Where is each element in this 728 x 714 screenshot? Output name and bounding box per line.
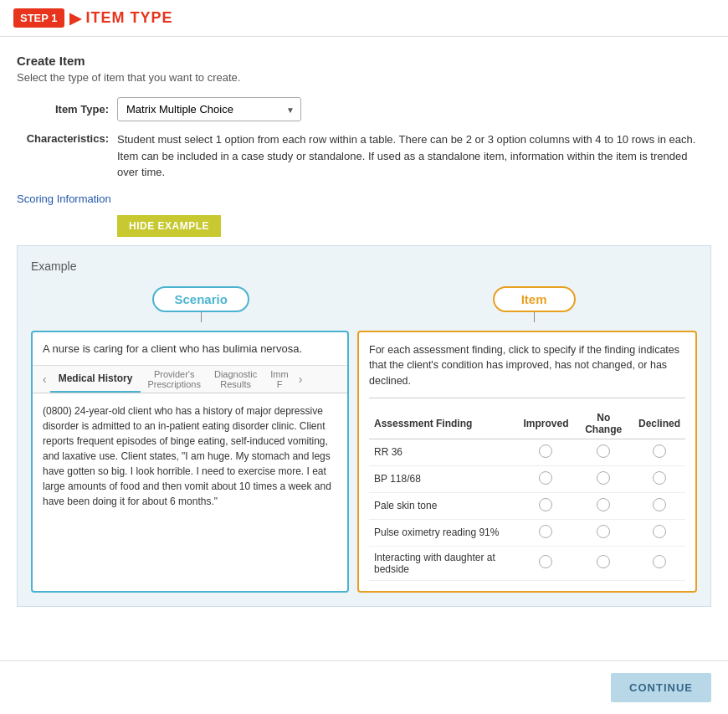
step-badge: STEP 1 — [13, 8, 64, 28]
scenario-label-wrapper: Scenario — [152, 286, 249, 322]
example-columns: A nurse is caring for a client who has b… — [31, 331, 697, 593]
item-connector-line — [534, 312, 535, 322]
declined-radio[interactable] — [653, 498, 666, 511]
declined-radio[interactable] — [653, 444, 666, 458]
item-type-row: Item Type: Matrix Multiple Choice ▼ — [17, 97, 711, 121]
no-change-cell[interactable] — [573, 492, 633, 519]
improved-cell[interactable] — [518, 519, 573, 546]
tab-providers[interactable]: Provider'sPrescriptions — [141, 366, 208, 393]
col-header-no-change: No Change — [573, 408, 633, 439]
no-change-radio[interactable] — [597, 525, 610, 538]
matrix-row: RR 36 — [369, 439, 685, 465]
finding-cell: Interacting with daughter at bedside — [369, 546, 518, 580]
characteristics-label: Characteristics: — [17, 131, 109, 181]
item-type-select[interactable]: Matrix Multiple Choice — [117, 97, 301, 121]
col-header-improved: Improved — [518, 408, 573, 439]
item-label-wrapper: Item — [493, 286, 576, 322]
item-type-label: Item Type: — [17, 103, 109, 116]
no-change-cell[interactable] — [573, 439, 633, 465]
improved-radio[interactable] — [539, 555, 552, 568]
example-title: Example — [31, 259, 697, 273]
example-labels: Scenario Item — [31, 286, 697, 322]
hide-example-wrapper: HIDE EXAMPLE — [17, 215, 711, 237]
no-change-radio[interactable] — [597, 471, 610, 485]
scenario-column: A nurse is caring for a client who has b… — [31, 331, 349, 593]
scenario-intro: A nurse is caring for a client who has b… — [33, 332, 347, 366]
item-label: Item — [493, 286, 576, 312]
matrix-row: Pale skin tone — [369, 492, 685, 519]
improved-radio[interactable] — [539, 471, 552, 485]
tab-next-arrow[interactable]: › — [295, 366, 306, 393]
create-item-title: Create Item — [17, 54, 711, 68]
footer-bar: CONTINUE — [0, 660, 728, 714]
item-instruction: For each assessment finding, click to sp… — [369, 342, 685, 398]
scenario-label: Scenario — [152, 286, 249, 312]
declined-cell[interactable] — [633, 492, 685, 519]
no-change-cell[interactable] — [573, 519, 633, 546]
tab-prev-arrow[interactable]: ‹ — [39, 366, 50, 393]
no-change-radio[interactable] — [597, 555, 610, 568]
col-header-declined: Declined — [633, 408, 685, 439]
finding-cell: Pulse oximetry reading 91% — [369, 519, 518, 546]
continue-button[interactable]: CONTINUE — [611, 673, 711, 702]
page-title: ITEM TYPE — [86, 9, 173, 27]
scenario-body: (0800) 24-year-old client who has a hist… — [33, 393, 347, 519]
characteristics-row: Characteristics: Student must select 1 o… — [17, 131, 711, 181]
matrix-row: Interacting with daughter at bedside — [369, 546, 685, 580]
matrix-row: BP 118/68 — [369, 465, 685, 492]
matrix-row: Pulse oximetry reading 91% — [369, 519, 685, 546]
main-content: Create Item Select the type of item that… — [0, 37, 728, 607]
improved-radio[interactable] — [539, 498, 552, 511]
no-change-cell[interactable] — [573, 465, 633, 492]
create-item-subtitle: Select the type of item that you want to… — [17, 71, 711, 84]
example-section: Example Scenario Item A nurse is caring … — [17, 245, 711, 607]
no-change-cell[interactable] — [573, 546, 633, 580]
declined-radio[interactable] — [653, 471, 666, 485]
scoring-link[interactable]: Scoring Information — [17, 193, 111, 205]
no-change-radio[interactable] — [597, 498, 610, 511]
improved-cell[interactable] — [518, 546, 573, 580]
improved-radio[interactable] — [539, 525, 552, 538]
declined-cell[interactable] — [633, 439, 685, 465]
finding-cell: RR 36 — [369, 439, 518, 465]
improved-radio[interactable] — [539, 444, 552, 458]
improved-cell[interactable] — [518, 439, 573, 465]
page-header: STEP 1 ▶ ITEM TYPE — [0, 0, 728, 37]
declined-cell[interactable] — [633, 519, 685, 546]
tab-imm[interactable]: ImmF — [264, 366, 295, 393]
declined-cell[interactable] — [633, 465, 685, 492]
improved-cell[interactable] — [518, 492, 573, 519]
tabs-row: ‹ Medical History Provider'sPrescription… — [33, 366, 347, 393]
finding-cell: Pale skin tone — [369, 492, 518, 519]
scenario-connector-line — [201, 312, 202, 322]
characteristics-text: Student must select 1 option from each r… — [117, 131, 711, 181]
hide-example-button[interactable]: HIDE EXAMPLE — [117, 215, 221, 237]
chevron-icon: ▶ — [69, 9, 81, 28]
tab-medical-history[interactable]: Medical History — [50, 366, 141, 393]
item-type-select-wrapper: Matrix Multiple Choice ▼ — [117, 97, 301, 121]
improved-cell[interactable] — [518, 465, 573, 492]
declined-radio[interactable] — [653, 555, 666, 568]
finding-cell: BP 118/68 — [369, 465, 518, 492]
no-change-radio[interactable] — [597, 444, 610, 458]
matrix-table: Assessment Finding Improved No Change De… — [369, 408, 685, 581]
declined-radio[interactable] — [653, 525, 666, 538]
col-header-finding: Assessment Finding — [369, 408, 518, 439]
item-column: For each assessment finding, click to sp… — [357, 331, 697, 593]
tab-diagnostic[interactable]: DiagnosticResults — [208, 366, 264, 393]
declined-cell[interactable] — [633, 546, 685, 580]
